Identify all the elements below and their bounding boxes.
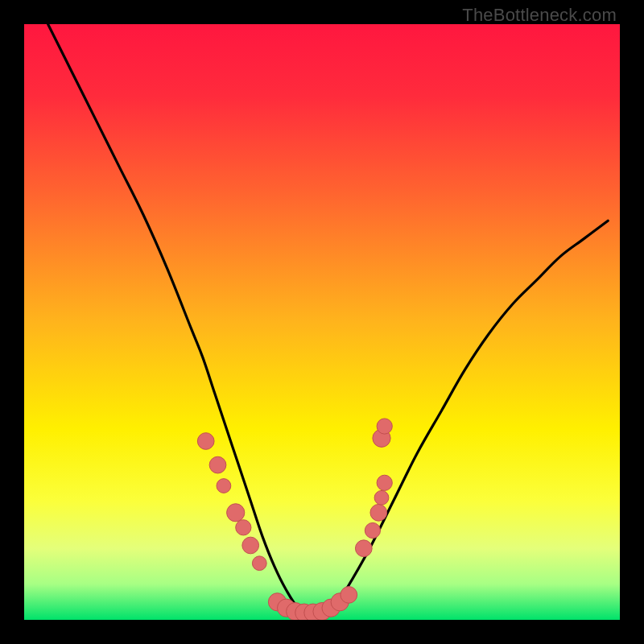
scatter-dot — [217, 479, 231, 493]
scatter-dot — [370, 504, 387, 521]
scatter-dot — [242, 537, 259, 554]
scatter-dot — [374, 490, 389, 505]
scatter-dot — [197, 433, 214, 450]
scatter-dot — [236, 520, 251, 535]
bottleneck-chart — [24, 24, 620, 620]
scatter-dot — [377, 475, 392, 490]
scatter-dot — [252, 556, 266, 571]
scatter-dot — [355, 540, 372, 557]
watermark-text: TheBottleneck.com — [462, 5, 617, 26]
scatter-dot — [209, 456, 226, 473]
scatter-dot — [377, 419, 392, 434]
scatter-dot — [227, 504, 245, 522]
gradient-background — [24, 24, 620, 620]
scatter-dot — [341, 587, 357, 604]
chart-frame — [24, 24, 620, 620]
scatter-dot — [365, 522, 380, 538]
